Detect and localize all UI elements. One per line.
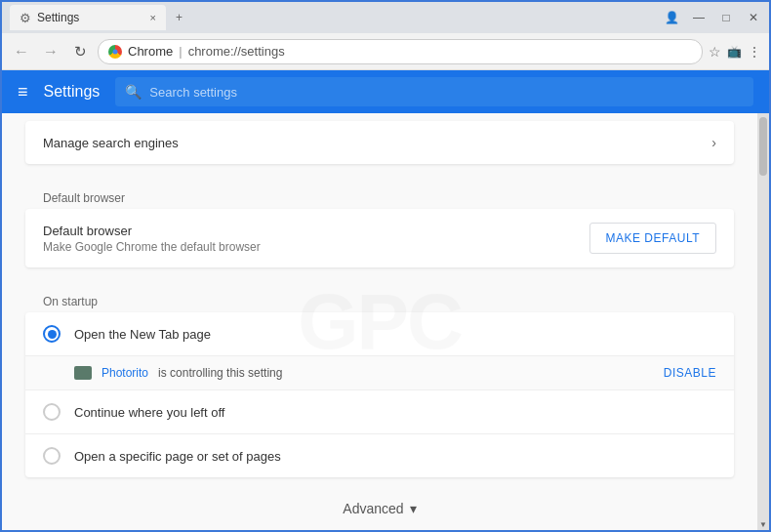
address-separator: | xyxy=(179,44,182,59)
scrollbar-thumb[interactable] xyxy=(759,117,767,176)
address-input[interactable]: Chrome | chrome://settings xyxy=(98,39,703,64)
specific-page-radio[interactable] xyxy=(43,447,61,465)
search-icon: 🔍 xyxy=(125,84,142,100)
refresh-button[interactable]: ↻ xyxy=(68,43,92,61)
profile-icon[interactable]: 👤 xyxy=(664,11,679,24)
startup-specific-page-item[interactable]: Open a specific page or set of pages xyxy=(25,434,734,477)
photorito-notice-text: is controlling this setting xyxy=(158,366,282,380)
search-engines-section: Manage search engines › xyxy=(2,113,757,172)
new-tab-icon: + xyxy=(176,11,183,24)
manage-search-engines-item[interactable]: Manage search engines › xyxy=(25,121,734,164)
specific-page-label: Open a specific page or set of pages xyxy=(74,449,281,464)
on-startup-section: On startup Open the New Tab page Photori… xyxy=(2,275,757,485)
browser-window: ⚙ Settings × + 👤 — □ ✕ ← → ↻ Chrome | ch… xyxy=(0,0,771,532)
advanced-section[interactable]: Advanced ▾ xyxy=(2,485,757,528)
photorito-notice-row: Photorito is controlling this setting DI… xyxy=(25,356,734,390)
address-chrome-label: Chrome xyxy=(128,44,173,59)
continue-label: Continue where you left off xyxy=(74,405,224,420)
menu-icon[interactable]: ⋮ xyxy=(748,44,761,60)
close-button[interactable]: ✕ xyxy=(746,11,761,24)
default-browser-card: Default browser Make Google Chrome the d… xyxy=(25,209,734,267)
startup-card: Open the New Tab page Photorito is contr… xyxy=(25,312,734,477)
tab-close-button[interactable]: × xyxy=(150,12,156,23)
scrollbar-down-button[interactable]: ▼ xyxy=(757,518,769,530)
disable-extension-button[interactable]: DISABLE xyxy=(664,366,716,380)
content-area: GPC Manage search engines › Default brow… xyxy=(2,113,769,530)
cast-icon: 📺 xyxy=(727,45,742,59)
advanced-arrow-icon: ▾ xyxy=(410,501,417,516)
radio-inner xyxy=(48,330,57,339)
default-browser-subtitle: Make Google Chrome the default browser xyxy=(43,240,261,254)
bookmark-star-icon[interactable]: ☆ xyxy=(709,44,721,60)
scrollbar[interactable]: ▲ ▼ xyxy=(757,113,769,530)
manage-search-engines-label: Manage search engines xyxy=(43,136,179,150)
make-default-button[interactable]: MAKE DEFAULT xyxy=(589,223,716,254)
default-browser-section: Default browser Default browser Make Goo… xyxy=(2,172,757,275)
tab-title: Settings xyxy=(37,11,79,24)
minimize-button[interactable]: — xyxy=(691,11,707,24)
settings-page-title: Settings xyxy=(44,83,101,101)
default-browser-content: Default browser Make Google Chrome the d… xyxy=(25,209,734,267)
advanced-label: Advanced xyxy=(343,501,403,516)
new-tab-radio[interactable] xyxy=(43,325,61,343)
photorito-name: Photorito xyxy=(101,366,148,380)
hamburger-menu-icon[interactable]: ≡ xyxy=(18,82,28,102)
forward-button[interactable]: → xyxy=(39,43,62,61)
photorito-extension-icon xyxy=(74,366,92,380)
settings-search-box[interactable]: 🔍 Search settings xyxy=(115,77,753,106)
default-browser-title: Default browser xyxy=(43,224,261,238)
startup-new-tab-item[interactable]: Open the New Tab page xyxy=(25,312,734,356)
continue-radio[interactable] xyxy=(43,403,61,421)
search-engines-card: Manage search engines › xyxy=(25,121,734,164)
new-tab-label: Open the New Tab page xyxy=(74,327,211,342)
startup-continue-item[interactable]: Continue where you left off xyxy=(25,390,734,434)
maximize-button[interactable]: □ xyxy=(718,11,734,24)
window-controls: 👤 — □ ✕ xyxy=(664,11,761,24)
chrome-logo-icon xyxy=(108,45,122,59)
title-bar: ⚙ Settings × + 👤 — □ ✕ xyxy=(2,2,769,33)
active-tab[interactable]: ⚙ Settings × xyxy=(10,5,166,30)
address-url: chrome://settings xyxy=(188,44,285,59)
address-bar: ← → ↻ Chrome | chrome://settings ☆ 📺 ⋮ xyxy=(2,33,769,70)
default-browser-text: Default browser Make Google Chrome the d… xyxy=(43,224,261,254)
settings-header: ≡ Settings 🔍 Search settings xyxy=(2,70,769,113)
address-actions: ☆ 📺 ⋮ xyxy=(709,44,761,60)
manage-search-engines-arrow: › xyxy=(711,135,716,150)
back-button[interactable]: ← xyxy=(10,43,33,61)
main-content: GPC Manage search engines › Default brow… xyxy=(2,113,757,530)
on-startup-section-label: On startup xyxy=(2,283,757,312)
default-browser-section-label: Default browser xyxy=(2,180,757,209)
search-placeholder: Search settings xyxy=(149,85,237,100)
inactive-tab[interactable]: + xyxy=(166,5,192,30)
settings-gear-icon: ⚙ xyxy=(20,11,31,25)
